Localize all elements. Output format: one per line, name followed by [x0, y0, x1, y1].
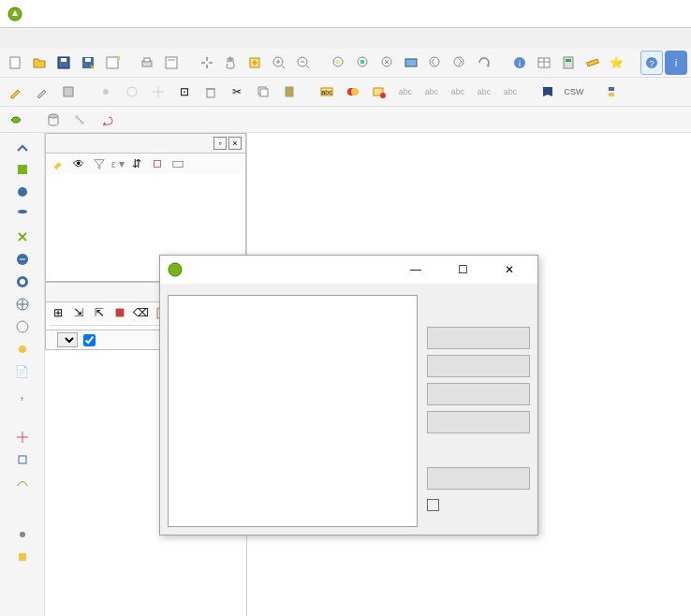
topology-icon[interactable] — [4, 108, 28, 132]
add-feature-icon[interactable] — [94, 80, 118, 104]
pan-selection-icon[interactable] — [243, 51, 266, 75]
tool-abc2[interactable]: abc — [419, 80, 444, 104]
zoom-in-icon[interactable] — [268, 51, 290, 75]
open-icon[interactable] — [28, 51, 51, 75]
model-icon[interactable] — [67, 108, 92, 132]
tree-view-icon[interactable]: ⊞ — [50, 304, 66, 321]
rename-button[interactable] — [427, 355, 530, 377]
new-layer-icon[interactable]: ★ — [101, 51, 124, 75]
tool-abc1[interactable]: abc — [393, 80, 418, 104]
auto-open-checkbox[interactable] — [83, 334, 96, 346]
info-icon[interactable]: i — [665, 51, 687, 75]
menu-settings[interactable] — [81, 37, 96, 40]
tool-abc3[interactable]: abc — [446, 80, 470, 104]
table-icon[interactable] — [533, 51, 555, 75]
v-center-icon[interactable] — [12, 427, 33, 447]
v-add-wcs-icon[interactable] — [12, 316, 33, 337]
zoom-selection-icon[interactable] — [352, 51, 375, 75]
menu-vector[interactable] — [118, 37, 133, 40]
open-button[interactable] — [427, 327, 530, 349]
composer-icon[interactable] — [160, 51, 183, 75]
collapse-all-icon[interactable]: ⇱ — [91, 304, 108, 321]
zoom-last-icon[interactable] — [424, 51, 447, 75]
paste-icon[interactable] — [277, 80, 301, 104]
menu-raster[interactable] — [137, 37, 152, 40]
calculator-icon[interactable] — [557, 51, 580, 75]
add-circle-icon[interactable] — [120, 80, 144, 104]
bookmark-icon[interactable]: ⭐ — [606, 51, 628, 75]
move-icon[interactable] — [146, 80, 170, 104]
v-add-vector-icon[interactable] — [12, 137, 33, 157]
zoom-next-icon[interactable] — [448, 51, 471, 75]
identify-icon[interactable]: i — [508, 51, 531, 75]
undo2-icon[interactable] — [94, 108, 118, 132]
v-trace-icon[interactable] — [12, 472, 33, 492]
form-view-icon[interactable] — [111, 304, 128, 321]
label-icon[interactable]: abc — [315, 80, 339, 104]
v-add-delimited-icon[interactable] — [12, 182, 33, 202]
zoom-out-icon[interactable] — [292, 51, 315, 75]
remove-icon[interactable] — [149, 155, 166, 172]
pencil-icon[interactable] — [30, 80, 54, 104]
save-icon[interactable] — [52, 51, 75, 75]
create-button[interactable] — [427, 383, 530, 405]
v-cog-icon[interactable] — [12, 524, 33, 545]
maximize-icon[interactable]: ☐ — [442, 257, 483, 283]
csw-icon[interactable]: CSW — [562, 80, 586, 104]
label-style-icon[interactable] — [341, 80, 365, 104]
expand-all-icon[interactable]: ⇲ — [70, 304, 87, 321]
pan-icon[interactable] — [196, 51, 218, 75]
menu-help[interactable] — [212, 37, 227, 40]
v-add-raster-icon[interactable] — [12, 159, 33, 180]
python-icon[interactable] — [599, 80, 624, 104]
delete-button[interactable] — [427, 411, 530, 433]
v-add-spatialite-icon[interactable] — [12, 227, 33, 247]
v-snap-icon[interactable] — [12, 449, 33, 470]
help-button[interactable] — [427, 467, 530, 490]
mode-select[interactable] — [57, 332, 78, 347]
zoom-full-icon[interactable] — [328, 51, 350, 75]
new-icon[interactable] — [4, 51, 26, 75]
menu-project[interactable] — [6, 37, 21, 40]
v-add-postgis-icon[interactable] — [12, 204, 33, 225]
save-as-icon[interactable] — [77, 51, 99, 75]
tool-abc5[interactable]: abc — [498, 80, 522, 104]
cut-icon[interactable]: ✂ — [225, 80, 249, 104]
menu-database[interactable] — [155, 37, 170, 40]
print-icon[interactable] — [136, 51, 158, 75]
undock-icon[interactable]: ▫ — [213, 137, 227, 150]
hand-icon[interactable] — [219, 51, 242, 75]
expand-icon[interactable]: ⇵ — [128, 155, 145, 172]
edit-icon[interactable] — [4, 80, 28, 104]
minimize-icon[interactable]: — — [395, 257, 436, 283]
clear-icon[interactable]: ⌫ — [132, 304, 149, 321]
db-icon[interactable] — [41, 108, 66, 132]
v-add-mssql-icon[interactable] — [12, 249, 33, 270]
refresh-icon[interactable] — [473, 51, 495, 75]
measure-icon[interactable] — [581, 51, 604, 75]
filter-icon[interactable] — [91, 155, 108, 172]
menu-processing[interactable] — [193, 37, 208, 40]
dialog-title-bar[interactable]: — ☐ ✕ — [160, 256, 537, 284]
menu-layer[interactable] — [62, 37, 77, 40]
box-checkbox[interactable] — [427, 499, 439, 511]
v-add-oracle-icon[interactable] — [12, 271, 33, 292]
close-icon[interactable]: × — [228, 137, 242, 150]
style-icon[interactable] — [50, 155, 66, 172]
node-icon[interactable]: ⊡ — [172, 80, 197, 104]
v-plugin-icon[interactable] — [12, 547, 33, 567]
zoom-layer-icon[interactable] — [376, 51, 399, 75]
close-icon[interactable]: ✕ — [489, 257, 530, 283]
delete-icon[interactable] — [198, 80, 223, 104]
copy-icon[interactable] — [251, 80, 275, 104]
v-add-wms-icon[interactable] — [12, 294, 33, 315]
tool-abc4[interactable]: abc — [472, 80, 496, 104]
v-comma-icon[interactable]: , — [12, 384, 33, 404]
save-edit-icon[interactable] — [56, 80, 81, 104]
v-add-wfs-icon[interactable] — [12, 339, 33, 359]
label-diagram-icon[interactable] — [367, 80, 391, 104]
zoom-native-icon[interactable] — [401, 51, 423, 75]
book-icon[interactable] — [536, 80, 560, 104]
group-icon[interactable] — [169, 155, 186, 172]
version-list[interactable] — [168, 295, 418, 527]
